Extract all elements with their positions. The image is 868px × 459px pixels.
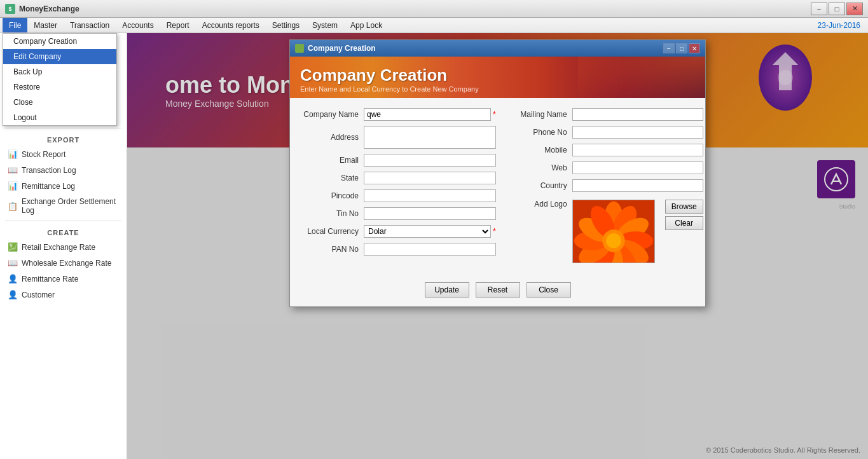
- web-row: Web: [509, 161, 703, 174]
- tin-no-label: Tin No: [300, 209, 364, 218]
- pincode-row: Pincode: [300, 189, 496, 202]
- sidebar-label-exchange-order-settlement-log: Exchange Order Settlement Log: [22, 197, 119, 215]
- menu-master[interactable]: Master: [27, 18, 64, 32]
- maximize-button[interactable]: □: [829, 3, 845, 15]
- transaction-log-icon: 📖: [8, 165, 18, 175]
- reset-button[interactable]: Reset: [476, 282, 520, 298]
- menu-settings[interactable]: Settings: [266, 18, 306, 32]
- dropdown-restore[interactable]: Restore: [3, 79, 116, 95]
- dialog-title: Company Creation: [308, 44, 376, 53]
- state-row: State: [300, 172, 496, 184]
- address-row: Address: [300, 126, 496, 149]
- dialog-icon: [295, 44, 304, 53]
- menu-system[interactable]: System: [306, 18, 344, 32]
- content-area: ome to Money Exchange Suite Money Exchan…: [127, 33, 868, 459]
- company-name-label: Company Name: [300, 110, 364, 119]
- state-label: State: [300, 174, 364, 182]
- sidebar-item-wholesale-exchange-rate[interactable]: 📖 Wholesale Exchange Rate: [0, 255, 127, 271]
- customer-icon: 👤: [8, 290, 18, 299]
- web-label: Web: [509, 163, 572, 172]
- sidebar-item-retail-exchange-rate[interactable]: 💹 Retail Exchange Rate: [0, 239, 127, 255]
- dialog-window-controls: − □ ✕: [663, 43, 700, 53]
- email-input[interactable]: [364, 154, 496, 167]
- form-grid: Company Name * Address Email: [300, 108, 695, 266]
- email-row: Email: [300, 154, 496, 167]
- mobile-label: Mobile: [509, 146, 572, 154]
- tin-no-input[interactable]: [364, 207, 496, 220]
- local-currency-label: Local Currency: [300, 227, 364, 236]
- sidebar-item-customer[interactable]: 👤 Customer: [0, 287, 127, 303]
- mailing-name-input[interactable]: [572, 108, 703, 121]
- sidebar-section-create: CREATE: [0, 224, 127, 239]
- mailing-name-row: Mailing Name: [509, 108, 703, 121]
- browse-button[interactable]: Browse: [665, 200, 703, 214]
- menu-report[interactable]: Report: [160, 18, 196, 32]
- dropdown-edit-company[interactable]: Edit Company: [3, 49, 116, 64]
- dialog-body: Company Name * Address Email: [290, 98, 705, 276]
- company-name-required: *: [493, 110, 496, 119]
- mobile-input[interactable]: [572, 144, 703, 156]
- phone-no-row: Phone No: [509, 126, 703, 139]
- local-currency-required: *: [493, 227, 496, 236]
- minimize-button[interactable]: −: [811, 3, 827, 15]
- dialog-footer: Update Reset Close: [290, 276, 705, 306]
- menu-accounts[interactable]: Accounts: [116, 18, 160, 32]
- dropdown-back-up[interactable]: Back Up: [3, 64, 116, 79]
- sidebar-item-remittance-log[interactable]: 📊 Remittance Log: [0, 178, 127, 194]
- country-label: Country: [509, 181, 572, 190]
- dialog-close-button[interactable]: ✕: [689, 43, 700, 53]
- country-input[interactable]: [572, 179, 703, 192]
- sidebar-item-stock-report[interactable]: 📊 Stock Report: [0, 146, 127, 162]
- svg-point-17: [606, 233, 621, 249]
- pan-no-input[interactable]: [364, 243, 496, 256]
- pan-no-label: PAN No: [300, 245, 364, 254]
- update-button[interactable]: Update: [425, 282, 469, 298]
- dropdown-close[interactable]: Close: [3, 95, 116, 110]
- title-bar: $ MoneyExchange − □ ✕: [0, 0, 868, 18]
- dialog-minimize-button[interactable]: −: [663, 43, 675, 53]
- sidebar-item-transaction-log[interactable]: 📖 Transaction Log: [0, 162, 127, 178]
- menu-file[interactable]: File: [3, 18, 27, 32]
- close-dialog-button[interactable]: Close: [527, 282, 571, 298]
- sidebar-section-export: EXPORT: [0, 131, 127, 146]
- dropdown-company-creation[interactable]: Company Creation: [3, 34, 116, 49]
- pincode-input[interactable]: [364, 189, 496, 202]
- window-controls: − □ ✕: [811, 3, 863, 15]
- local-currency-select[interactable]: Dolar: [364, 225, 491, 238]
- app-icon: $: [5, 4, 15, 14]
- close-window-button[interactable]: ✕: [846, 3, 863, 15]
- sidebar-label-customer: Customer: [22, 291, 55, 299]
- company-creation-dialog: Company Creation − □ ✕ Company Creation …: [289, 39, 706, 307]
- phone-no-input[interactable]: [572, 126, 703, 139]
- sidebar-label-wholesale-exchange-rate: Wholesale Exchange Rate: [22, 259, 111, 268]
- sidebar-item-exchange-order-settlement-log[interactable]: 📋 Exchange Order Settlement Log: [0, 194, 127, 218]
- menu-transaction[interactable]: Transaction: [64, 18, 116, 32]
- sidebar-label-retail-exchange-rate: Retail Exchange Rate: [22, 243, 95, 252]
- pincode-label: Pincode: [300, 191, 364, 200]
- phone-no-label: Phone No: [509, 128, 572, 137]
- main-layout: TRANSACTION ↔ Exchange Process 📋 Exchang…: [0, 33, 868, 459]
- web-input[interactable]: [572, 161, 703, 174]
- menu-app-lock[interactable]: App Lock: [344, 18, 389, 32]
- clear-button[interactable]: Clear: [665, 216, 703, 230]
- app-title: MoneyExchange: [19, 4, 79, 13]
- dialog-titlebar: Company Creation − □ ✕: [290, 40, 705, 57]
- local-currency-row: Local Currency Dolar *: [300, 225, 496, 238]
- logo-image: [573, 200, 654, 263]
- sidebar-item-remittance-rate[interactable]: 👤 Remittance Rate: [0, 271, 127, 287]
- address-input[interactable]: [364, 126, 496, 149]
- add-logo-label: Add Logo: [509, 200, 572, 209]
- company-name-input[interactable]: [364, 108, 491, 121]
- sidebar-label-remittance-rate: Remittance Rate: [22, 275, 78, 284]
- remittance-log-icon: 📊: [8, 181, 18, 191]
- menu-accounts-reports[interactable]: Accounts reports: [196, 18, 266, 32]
- dialog-maximize-button[interactable]: □: [676, 43, 687, 53]
- dropdown-logout[interactable]: Logout: [3, 110, 116, 125]
- remittance-rate-icon: 👤: [8, 274, 18, 284]
- logo-container: Browse Clear: [572, 200, 703, 263]
- state-input[interactable]: [364, 172, 496, 184]
- sidebar-label-transaction-log: Transaction Log: [22, 166, 76, 175]
- menu-bar: File Master Transaction Accounts Report …: [0, 18, 868, 33]
- retail-exchange-rate-icon: 💹: [8, 242, 18, 252]
- logo-preview: [572, 200, 655, 263]
